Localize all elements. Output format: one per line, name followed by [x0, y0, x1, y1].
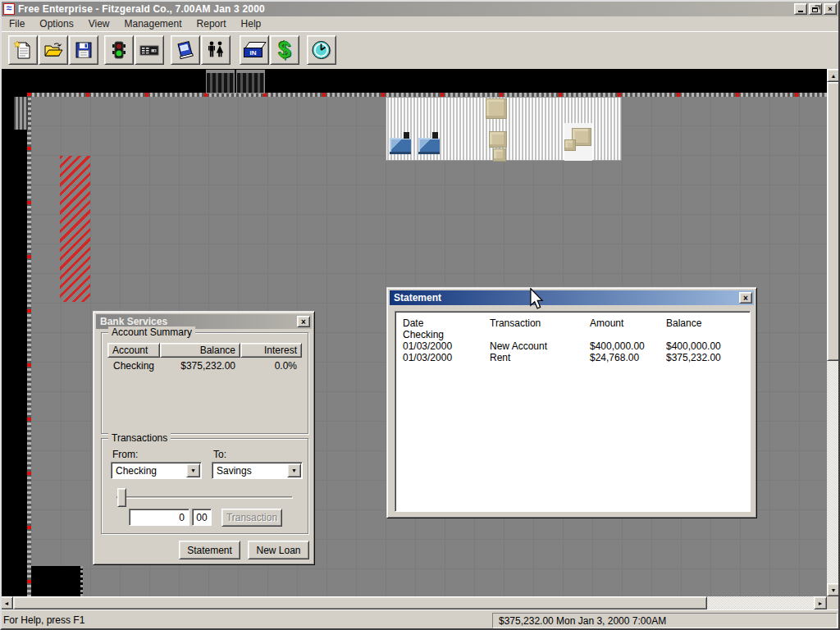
close-button[interactable]: ×	[824, 3, 837, 15]
statement-header-row: Date Transaction Amount Balance	[395, 317, 750, 329]
machine	[390, 138, 411, 154]
account-table: Account Balance Interest Checking $375,2…	[107, 343, 302, 372]
personnel-icon	[206, 40, 226, 60]
interest-column-header[interactable]: Interest	[240, 343, 302, 358]
to-account-dropdown[interactable]: Savings ▼	[212, 462, 303, 479]
new-document-button[interactable]	[8, 35, 38, 65]
save-button[interactable]	[69, 35, 98, 65]
crate	[489, 131, 507, 148]
dock-door	[206, 70, 235, 94]
statement-cell: 01/03/2000	[403, 352, 452, 363]
status-bar: For Help, press F1 $375,232.00 Mon Jan 3…	[0, 609, 840, 630]
statement-row: 01/03/2000 Rent $24,768.00 $375,232.00	[395, 352, 750, 363]
fence-left	[27, 93, 31, 596]
amount-slider-track[interactable]	[116, 496, 293, 499]
cash-register-icon	[139, 40, 160, 60]
statement-cell: $400,000.00	[666, 340, 721, 352]
statement-cell: $400,000.00	[590, 340, 645, 352]
bank-dialog-title: Bank Services	[100, 316, 167, 327]
scroll-right-button[interactable]: ►	[814, 596, 827, 609]
new-loan-button[interactable]: New Loan	[248, 541, 309, 559]
scroll-down-button[interactable]: ▼	[827, 583, 840, 596]
statement-cell: $375,232.00	[666, 352, 721, 363]
chevron-down-icon[interactable]: ▼	[287, 463, 301, 477]
statement-cell: Checking	[403, 329, 444, 340]
minimize-icon	[798, 11, 803, 12]
chevron-down-icon[interactable]: ▼	[186, 463, 200, 477]
account-interest-cell: 0.0%	[240, 360, 302, 372]
traffic-light-button[interactable]	[104, 35, 134, 65]
mouse-cursor	[529, 288, 544, 310]
account-row[interactable]: Checking $375,232.00 0.0%	[107, 358, 302, 372]
vertical-scroll-thumb[interactable]	[827, 82, 840, 361]
lot-corner	[31, 566, 83, 596]
account-name-cell: Checking	[107, 360, 160, 372]
from-account-dropdown[interactable]: Checking ▼	[111, 462, 202, 479]
to-label: To:	[213, 449, 226, 460]
account-column-header[interactable]: Account	[107, 343, 160, 358]
menu-management[interactable]: Management	[117, 16, 189, 31]
minimize-button[interactable]	[794, 3, 807, 15]
account-summary-label: Account Summary	[108, 326, 195, 338]
statement-list[interactable]: Date Transaction Amount Balance Checking…	[395, 311, 751, 512]
account-summary-group: Account Summary Account Balance Interest…	[101, 332, 308, 434]
menu-report[interactable]: Report	[189, 16, 234, 31]
clock-icon	[311, 39, 332, 61]
ledger-book-icon	[176, 40, 195, 60]
restore-button[interactable]	[809, 3, 822, 15]
horizontal-scrollbar[interactable]: ◄ ►	[0, 596, 827, 609]
cash-register-button[interactable]	[135, 35, 164, 65]
window-title: Free Enterprise - Fitzgerald Co., 7.00AM…	[18, 3, 265, 15]
statement-cell: $24,768.00	[590, 352, 639, 363]
amount-slider-thumb[interactable]	[117, 488, 126, 507]
from-account-value: Checking	[112, 463, 186, 478]
bank-dialog-close-button[interactable]: ×	[297, 316, 310, 327]
horizontal-scroll-thumb[interactable]	[13, 596, 707, 609]
in-tray-icon: IN	[244, 42, 265, 58]
finance-button[interactable]: $	[270, 35, 299, 65]
status-account-panel: $375,232.00 Mon Jan 3, 2000 7:00AM	[492, 613, 838, 628]
red-hatched-zone	[60, 156, 90, 302]
personnel-button[interactable]	[201, 35, 231, 65]
transaction-column-header: Transaction	[490, 317, 541, 329]
amount-column-header: Amount	[590, 317, 623, 329]
ledger-book-button[interactable]	[171, 35, 200, 65]
transactions-label: Transactions	[108, 432, 171, 444]
menu-help[interactable]: Help	[234, 16, 269, 31]
restore-icon	[812, 7, 818, 12]
statement-row: 01/03/2000 New Account $400,000.00 $400,…	[395, 340, 750, 352]
save-icon	[74, 40, 94, 60]
left-dock	[14, 97, 28, 130]
time-clock-button[interactable]	[307, 35, 336, 65]
amount-input[interactable]: 0	[129, 509, 189, 526]
statement-dialog-titlebar[interactable]: Statement ×	[390, 290, 754, 305]
traffic-light-icon	[109, 40, 129, 60]
machine	[418, 138, 440, 154]
in-tray-button[interactable]: IN	[240, 35, 269, 65]
main-titlebar[interactable]: ≈ Free Enterprise - Fitzgerald Co., 7.00…	[2, 2, 838, 16]
crate	[486, 98, 507, 119]
transaction-button[interactable]: Transaction	[221, 509, 282, 527]
statement-button[interactable]: Statement	[179, 541, 240, 559]
new-document-icon	[13, 40, 33, 60]
scroll-left-button[interactable]: ◄	[0, 596, 13, 609]
application-logo-icon: ≈	[3, 3, 15, 15]
cents-input[interactable]: 00	[192, 509, 212, 526]
open-file-button[interactable]	[39, 35, 68, 65]
statement-dialog-close-button[interactable]: ×	[739, 292, 752, 304]
from-label: From:	[112, 449, 138, 460]
status-help-text: For Help, press F1	[3, 614, 84, 626]
scroll-up-button[interactable]: ▲	[827, 69, 840, 82]
toolbar: IN $	[2, 31, 838, 69]
to-account-value: Savings	[212, 463, 287, 478]
balance-column-header[interactable]: Balance	[160, 343, 240, 358]
transactions-group: Transactions From: To: Checking ▼ Saving…	[101, 438, 308, 534]
statement-row: Checking	[395, 329, 750, 340]
account-balance-cell: $375,232.00	[160, 360, 240, 372]
vertical-scrollbar[interactable]: ▲ ▼	[827, 69, 840, 596]
menu-file[interactable]: File	[2, 16, 32, 31]
menu-view[interactable]: View	[81, 16, 117, 31]
menu-options[interactable]: Options	[32, 16, 80, 31]
statement-dialog-title: Statement	[394, 292, 441, 304]
status-account-text: $375,232.00 Mon Jan 3, 2000 7:00AM	[499, 615, 666, 627]
